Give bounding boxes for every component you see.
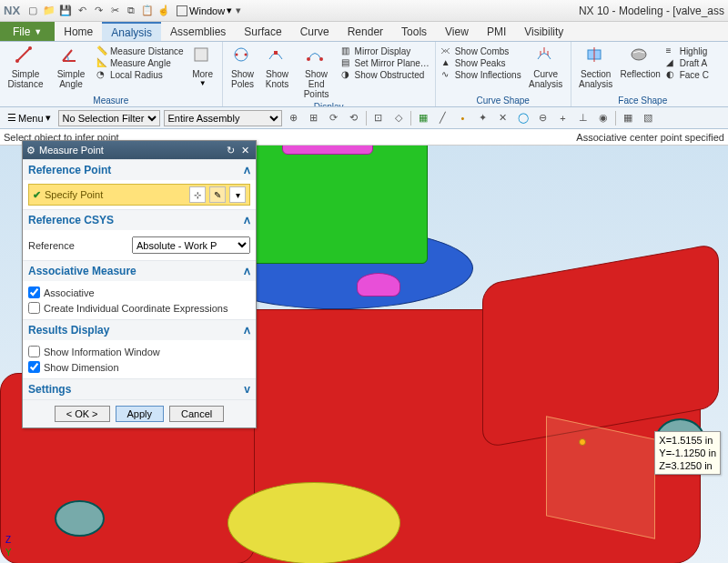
redo-icon[interactable]: ↷: [91, 4, 106, 18]
face-curvature-button[interactable]: ◐Face C: [666, 69, 709, 80]
measure-angle-button[interactable]: 📐Measure Angle: [96, 57, 184, 68]
gear-icon[interactable]: ⚙: [26, 145, 35, 156]
section-analysis-button[interactable]: Section Analysis: [575, 44, 617, 95]
set-mirror-plane-button[interactable]: ▤Set Mirror Plane…: [341, 57, 430, 68]
create-individual-checkbox[interactable]: [28, 302, 40, 314]
window-switch-button[interactable]: Window ▾: [177, 5, 232, 16]
show-poles-button[interactable]: Show Poles: [227, 44, 259, 101]
point-dialog-button[interactable]: ✎: [209, 186, 226, 203]
associative-checkbox[interactable]: [28, 287, 40, 298]
snap-icon-3[interactable]: ⟳: [326, 110, 342, 126]
cut-icon[interactable]: ✂: [107, 4, 122, 18]
paste-icon[interactable]: 📋: [140, 4, 155, 18]
show-end-points-button[interactable]: Show End Points: [296, 44, 338, 101]
local-radius-button[interactable]: ◔Local Radius: [96, 69, 184, 80]
point-dropdown-button[interactable]: ▾: [229, 186, 246, 203]
cancel-button[interactable]: Cancel: [169, 406, 224, 422]
obstructed-icon: ◑: [341, 69, 352, 80]
window-label: Window: [189, 5, 225, 16]
snap-ctrl-icon[interactable]: ✦: [475, 110, 491, 126]
dialog-close-icon[interactable]: ✕: [238, 145, 252, 156]
simple-distance-button[interactable]: Simple Distance: [4, 44, 47, 95]
section-associative-measure[interactable]: Associative Measure ʌ: [23, 260, 256, 281]
show-inflections-button[interactable]: ∿Show Inflections: [441, 69, 521, 80]
point-inferred-button[interactable]: ⊹: [189, 186, 206, 203]
svg-point-15: [632, 49, 646, 60]
tab-render[interactable]: Render: [339, 22, 392, 41]
apply-button[interactable]: Apply: [116, 406, 165, 422]
snap-int-icon[interactable]: ✕: [495, 110, 511, 126]
qat-overflow-icon[interactable]: ▾: [236, 5, 241, 16]
tab-curve[interactable]: Curve: [291, 22, 339, 41]
reflection-icon: [630, 45, 652, 67]
show-info-checkbox-row[interactable]: Show Information Window: [28, 344, 250, 359]
save-icon[interactable]: 💾: [58, 4, 73, 18]
snap-icon-2[interactable]: ⊞: [306, 110, 322, 126]
ribbon: Simple Distance Simple Angle 📏Measure Di…: [0, 42, 728, 107]
reference-csys-dropdown[interactable]: Absolute - Work P: [132, 236, 250, 254]
svg-point-2: [28, 46, 32, 50]
ribbon-group-measure: Simple Distance Simple Angle 📏Measure Di…: [0, 42, 223, 106]
view-icon-2[interactable]: ▧: [640, 110, 656, 126]
snap-point-icon[interactable]: ▦: [415, 110, 431, 126]
snap-arc-icon[interactable]: ◯: [515, 110, 531, 126]
copy-icon[interactable]: ⧉: [124, 4, 138, 18]
tab-analysis[interactable]: Analysis: [102, 22, 161, 41]
tab-home[interactable]: Home: [55, 22, 102, 41]
show-dimension-checkbox-row[interactable]: Show Dimension: [28, 359, 250, 375]
snap-end-icon[interactable]: •: [455, 110, 471, 126]
show-combs-button[interactable]: ⩙Show Combs: [441, 45, 521, 56]
curve-analysis-button[interactable]: Curve Analysis: [525, 44, 567, 95]
show-dimension-checkbox[interactable]: [28, 361, 40, 373]
associative-checkbox-row[interactable]: Associative: [28, 285, 250, 300]
selection-filter-dropdown[interactable]: No Selection Filter: [58, 110, 160, 126]
snap-quad-icon[interactable]: +: [555, 110, 571, 126]
show-peaks-button[interactable]: ▲Show Peaks: [441, 57, 521, 68]
tab-view[interactable]: View: [436, 22, 478, 41]
measure-more-button[interactable]: More ▼: [187, 44, 218, 95]
new-icon[interactable]: ▢: [25, 4, 40, 18]
draft-analysis-button[interactable]: ◢Draft A: [666, 57, 709, 68]
snap-mid-icon[interactable]: ╱: [435, 110, 451, 126]
snap-icon-4[interactable]: ⟲: [346, 110, 362, 126]
dropdown-icon: ▾: [46, 112, 51, 124]
file-menu[interactable]: File▼: [0, 22, 55, 41]
selection-scope-dropdown[interactable]: Entire Assembly: [164, 110, 282, 126]
snap-icon-5[interactable]: ⊡: [370, 110, 387, 126]
ok-button[interactable]: < OK >: [55, 406, 110, 422]
menu-button[interactable]: ☰ Menu ▾: [4, 111, 55, 125]
measure-distance-button[interactable]: 📏Measure Distance: [96, 45, 184, 56]
view-icon-1[interactable]: ▦: [620, 110, 636, 126]
reflection-button[interactable]: Reflection: [619, 44, 662, 95]
specify-point-row[interactable]: ✔ Specify Point ⊹ ✎ ▾: [28, 184, 250, 206]
tab-tools[interactable]: Tools: [392, 22, 436, 41]
touch-icon[interactable]: ☝: [157, 4, 171, 18]
open-icon[interactable]: 📁: [42, 4, 56, 18]
section-settings[interactable]: Settings v: [23, 378, 256, 399]
show-info-checkbox[interactable]: [28, 346, 40, 357]
dialog-reset-icon[interactable]: ↻: [223, 145, 238, 156]
undo-icon[interactable]: ↶: [75, 4, 89, 18]
tab-pmi[interactable]: PMI: [478, 22, 515, 41]
snap-perp-icon[interactable]: ⊥: [575, 110, 592, 126]
show-knots-button[interactable]: Show Knots: [261, 44, 294, 101]
section-results-display[interactable]: Results Display ʌ: [23, 319, 256, 340]
window-icon: [177, 5, 187, 16]
create-individual-checkbox-row[interactable]: Create Individual Coordinate Expressions: [28, 300, 250, 316]
snap-icon-1[interactable]: ⊕: [286, 110, 302, 126]
tab-assemblies[interactable]: Assemblies: [161, 22, 235, 41]
show-obstructed-button[interactable]: ◑Show Obstructed: [341, 69, 430, 80]
section-reference-point[interactable]: Reference Point ʌ: [23, 159, 256, 180]
highlight-lines-button[interactable]: ≡Highlig: [666, 45, 709, 56]
svg-point-8: [307, 57, 310, 61]
tab-surface[interactable]: Surface: [235, 22, 290, 41]
dialog-titlebar[interactable]: ⚙ Measure Point ↻ ✕: [23, 141, 256, 159]
snap-exist-icon[interactable]: ◉: [595, 110, 612, 126]
tab-visibility[interactable]: Visibility: [515, 22, 572, 41]
snap-icon-6[interactable]: ◇: [390, 110, 407, 126]
snap-tan-icon[interactable]: ⊖: [535, 110, 551, 126]
mirror-display-button[interactable]: ▥Mirror Display: [341, 45, 430, 56]
simple-angle-button[interactable]: Simple Angle: [49, 44, 93, 95]
group-label-display: Display: [227, 101, 431, 107]
section-reference-csys[interactable]: Reference CSYS ʌ: [23, 209, 256, 230]
